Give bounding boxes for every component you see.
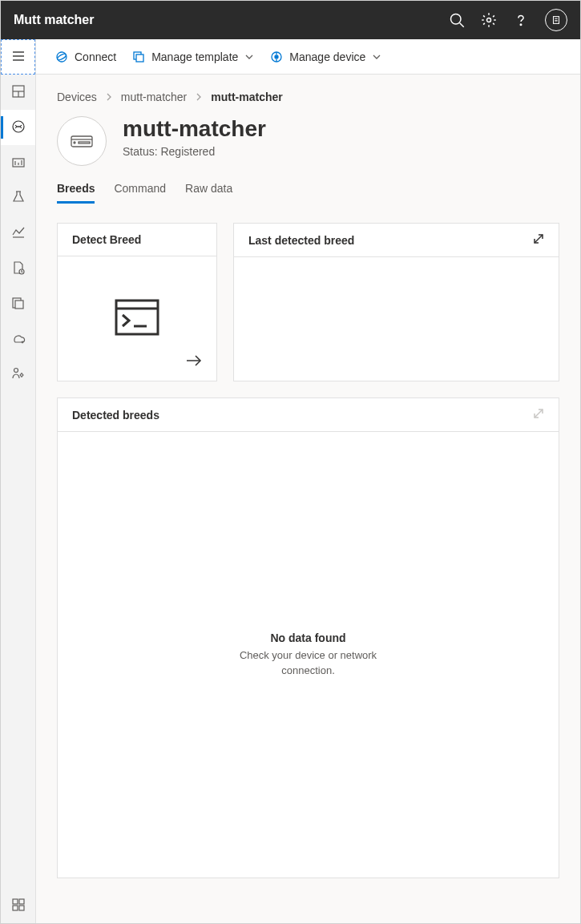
sidebar-item-export[interactable] xyxy=(1,321,35,357)
template-icon xyxy=(132,50,145,63)
svg-rect-4 xyxy=(554,17,559,24)
chevron-right-icon xyxy=(105,91,113,103)
svg-rect-23 xyxy=(13,899,18,904)
tab-raw-data[interactable]: Raw data xyxy=(185,182,232,204)
svg-line-1 xyxy=(460,23,464,27)
manage-device-label: Manage device xyxy=(289,50,365,63)
breadcrumb: Devices mutt-matcher mutt-matcher xyxy=(57,91,559,103)
toolbar: Connect Manage template Manage device xyxy=(36,39,580,75)
device-icon xyxy=(270,50,283,63)
chevron-down-icon xyxy=(244,52,254,62)
tabs: Breeds Command Raw data xyxy=(57,182,559,204)
app-title: Mutt matcher xyxy=(14,13,449,27)
svg-point-0 xyxy=(451,14,462,25)
device-status: Status: Registered xyxy=(123,145,266,158)
svg-rect-30 xyxy=(136,54,143,62)
sidebar-item-apps[interactable] xyxy=(1,888,35,923)
svg-line-44 xyxy=(535,410,543,418)
card-detected-breeds-title: Detected breeds xyxy=(72,409,159,422)
svg-point-37 xyxy=(74,142,75,143)
svg-point-32 xyxy=(275,55,278,59)
sidebar-item-analytics[interactable] xyxy=(1,216,35,251)
svg-point-21 xyxy=(14,368,18,372)
svg-rect-26 xyxy=(19,906,24,910)
connect-button[interactable]: Connect xyxy=(55,50,116,63)
card-detected-breeds: Detected breeds No data found Check your… xyxy=(57,397,559,878)
manage-template-label: Manage template xyxy=(151,50,238,63)
svg-point-22 xyxy=(20,373,22,376)
breadcrumb-mutt-matcher[interactable]: mutt-matcher xyxy=(121,91,187,103)
chevron-down-icon xyxy=(372,52,381,62)
user-avatar[interactable] xyxy=(545,9,567,31)
manage-device-button[interactable]: Manage device xyxy=(270,50,381,63)
device-avatar-icon xyxy=(57,116,107,166)
breadcrumb-current: mutt-matcher xyxy=(211,91,282,103)
chevron-right-icon xyxy=(195,91,203,103)
connect-icon xyxy=(55,50,68,63)
sidebar-item-devices[interactable] xyxy=(1,110,35,145)
empty-state-title: No data found xyxy=(240,631,377,644)
card-detect-breed: Detect Breed xyxy=(57,223,217,381)
card-last-detected-title: Last detected breed xyxy=(248,234,354,247)
sidebar-item-templates[interactable] xyxy=(1,286,35,321)
connect-label: Connect xyxy=(75,50,116,63)
sidebar-item-rules[interactable] xyxy=(1,180,35,216)
empty-state-line2: connection. xyxy=(240,663,377,679)
terminal-icon xyxy=(115,299,159,338)
arrow-right-icon[interactable] xyxy=(186,354,202,369)
svg-rect-25 xyxy=(13,906,18,910)
svg-point-2 xyxy=(487,18,491,22)
sidebar xyxy=(1,39,36,923)
card-last-detected: Last detected breed xyxy=(233,223,559,381)
sidebar-item-admin[interactable] xyxy=(1,357,35,392)
svg-point-3 xyxy=(520,24,522,26)
manage-template-button[interactable]: Manage template xyxy=(132,50,254,63)
svg-point-27 xyxy=(55,50,68,63)
svg-line-43 xyxy=(535,235,543,243)
svg-rect-20 xyxy=(15,301,23,309)
settings-icon[interactable] xyxy=(481,12,497,28)
breadcrumb-devices[interactable]: Devices xyxy=(57,91,97,103)
tab-command[interactable]: Command xyxy=(114,182,166,204)
search-icon[interactable] xyxy=(449,12,465,28)
device-header: mutt-matcher Status: Registered xyxy=(57,116,559,166)
expand-icon[interactable] xyxy=(533,408,544,422)
sidebar-item-dashboard[interactable] xyxy=(1,75,35,110)
expand-icon[interactable] xyxy=(533,233,544,247)
empty-state: No data found Check your device or netwo… xyxy=(240,631,377,679)
empty-state-line1: Check your device or network xyxy=(240,648,377,664)
card-detect-breed-title: Detect Breed xyxy=(72,233,141,246)
help-icon[interactable] xyxy=(513,12,529,28)
svg-rect-24 xyxy=(19,899,24,904)
sidebar-item-jobs[interactable] xyxy=(1,251,35,286)
top-bar: Mutt matcher xyxy=(1,1,580,39)
svg-rect-39 xyxy=(116,301,158,334)
svg-rect-38 xyxy=(79,142,90,143)
device-name: mutt-matcher xyxy=(123,116,266,142)
tab-breeds[interactable]: Breeds xyxy=(57,182,95,204)
sidebar-item-groups[interactable] xyxy=(1,145,35,180)
hamburger-menu[interactable] xyxy=(1,39,35,75)
